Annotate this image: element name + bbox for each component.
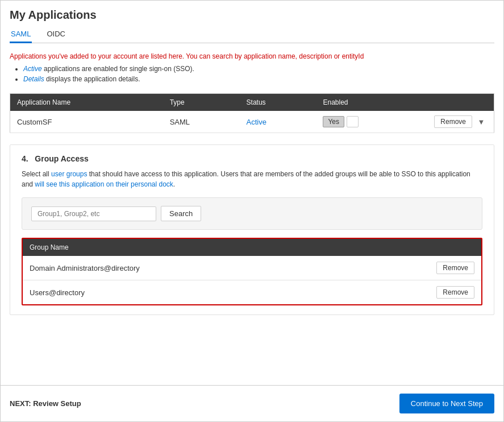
col-status: Status: [240, 94, 316, 111]
page-header: My Applications SAML OIDC: [1, 1, 503, 43]
info-list: Active applications are enabled for sing…: [23, 65, 494, 85]
app-enabled-cell: Yes: [316, 111, 427, 133]
app-table: Application Name Type Status Enabled Cus…: [10, 93, 494, 133]
app-row: CustomSF SAML Active Yes Remove: [10, 111, 494, 133]
group-access-section: 4. Group Access Select all user groups t…: [10, 144, 494, 315]
group-col-action: [413, 239, 481, 256]
group-row-1: Domain Administrators@directory Remove: [23, 256, 481, 280]
tab-saml[interactable]: SAML: [10, 26, 32, 43]
toggle-yes-label[interactable]: Yes: [323, 116, 344, 127]
app-name-cell: CustomSF: [10, 111, 163, 133]
col-enabled: Enabled: [316, 94, 427, 111]
group-search-area: Search: [22, 197, 482, 230]
page-footer: NEXT: Review Setup Continue to Next Step: [1, 385, 503, 421]
group-remove-button-2[interactable]: Remove: [436, 286, 474, 299]
group-access-desc: Select all user groups that should have …: [22, 169, 482, 189]
chevron-down-icon: ▼: [476, 118, 487, 126]
info-item-active: Active applications are enabled for sing…: [23, 65, 494, 73]
group-table-wrapper: Group Name Domain Administrators@directo…: [22, 238, 482, 305]
group-search-button[interactable]: Search: [161, 206, 201, 221]
status-active-label: Active: [247, 118, 266, 126]
enabled-toggle[interactable]: Yes: [323, 116, 420, 127]
continue-button[interactable]: Continue to Next Step: [399, 394, 494, 413]
group-remove-button-1[interactable]: Remove: [436, 262, 474, 274]
group-col-name: Group Name: [23, 239, 413, 256]
group-remove-cell-2: Remove: [413, 280, 481, 305]
page-title: My Applications: [10, 9, 494, 22]
app-remove-cell: Remove ▼: [427, 111, 494, 133]
group-search-input[interactable]: [31, 206, 156, 221]
info-details-text: displays the application details.: [46, 75, 140, 83]
col-type: Type: [163, 94, 240, 111]
group-access-title: 4. Group Access: [22, 154, 482, 163]
group-name-1: Domain Administrators@directory: [23, 256, 413, 280]
info-active-label: Active: [23, 65, 42, 73]
info-active-text: applications are enabled for single sign…: [44, 65, 194, 73]
group-name-2: Users@directory: [23, 280, 413, 305]
info-description: Applications you've added to your accoun…: [10, 52, 494, 60]
group-row-2: Users@directory Remove: [23, 280, 481, 305]
group-table: Group Name Domain Administrators@directo…: [23, 239, 481, 304]
info-details-label: Details: [23, 75, 44, 83]
toggle-no-label: [347, 116, 359, 127]
tab-bar: SAML OIDC: [10, 26, 494, 43]
app-type-cell: SAML: [163, 111, 240, 133]
page-content: Applications you've added to your accoun…: [1, 43, 503, 385]
group-remove-cell-1: Remove: [413, 256, 481, 280]
tab-oidc[interactable]: OIDC: [45, 26, 66, 43]
col-actions: [427, 94, 494, 111]
page-wrapper: My Applications SAML OIDC Applications y…: [0, 0, 504, 422]
app-status-cell: Active: [240, 111, 316, 133]
info-item-details: Details displays the application details…: [23, 75, 494, 83]
app-remove-button[interactable]: Remove: [434, 115, 472, 128]
footer-next-label: NEXT: Review Setup: [10, 399, 81, 408]
col-app-name: Application Name: [10, 94, 163, 111]
